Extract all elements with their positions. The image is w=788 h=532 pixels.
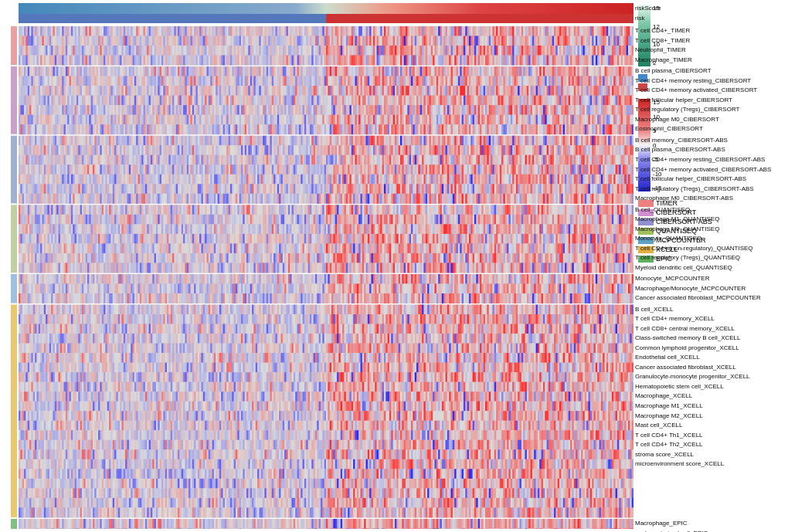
methods-legend: TIMER CIBERSORT CIBERSORT-ABS QUANTISEQ … xyxy=(638,198,788,263)
riskscore-colorbar xyxy=(638,5,650,66)
risk-low-row xyxy=(638,74,788,82)
method-epic: EPIC xyxy=(638,255,788,263)
colorscale-labels: 15 10 5 0 -5 -10 -15 xyxy=(650,99,662,191)
quantiseq-label: QUANTISEQ xyxy=(656,227,697,235)
method-xcell: XCELL xyxy=(638,246,788,253)
cibersort-abs-swatch xyxy=(638,219,654,225)
method-mcpcounter: MCPCOUNTER xyxy=(638,236,788,244)
xcell-label: XCELL xyxy=(656,246,678,253)
mcpcounter-label: MCPCOUNTER xyxy=(656,236,706,244)
cibersort-label: CIBERSORT xyxy=(656,208,696,216)
method-quantiseq: QUANTISEQ xyxy=(638,227,788,235)
right-panel: 15 12 10 2 15 xyxy=(633,0,788,532)
method-cibersort: CIBERSORT xyxy=(638,208,788,216)
risk-high-swatch xyxy=(638,83,647,91)
heatmap-canvas xyxy=(11,3,633,529)
quantiseq-swatch xyxy=(638,228,654,235)
epic-swatch xyxy=(638,256,654,263)
riskscore-labels: 15 12 10 2 xyxy=(650,5,660,66)
methods-list: TIMER CIBERSORT CIBERSORT-ABS QUANTISEQ … xyxy=(638,199,788,263)
colorscale-legend: 15 10 5 0 -5 -10 -15 xyxy=(638,99,788,191)
cibersort-abs-label: CIBERSORT-ABS xyxy=(656,218,712,225)
epic-label: EPIC xyxy=(656,255,672,263)
method-timer: TIMER xyxy=(638,199,788,207)
cibersort-swatch xyxy=(638,209,654,216)
risk-low-swatch xyxy=(638,74,647,82)
heatmap-area xyxy=(11,0,633,532)
main-colorbar xyxy=(638,99,650,191)
main-container: 15 12 10 2 15 xyxy=(0,0,788,532)
methods-label xyxy=(0,0,11,532)
riskscore-legend: 15 12 10 2 xyxy=(638,3,788,66)
timer-swatch xyxy=(638,200,654,207)
mcpcounter-swatch xyxy=(638,237,654,244)
timer-label: TIMER xyxy=(656,199,678,207)
xcell-swatch xyxy=(638,246,654,253)
risk-legend xyxy=(638,73,788,93)
method-cibersort-abs: CIBERSORT-ABS xyxy=(638,218,788,225)
risk-high-row xyxy=(638,83,788,91)
